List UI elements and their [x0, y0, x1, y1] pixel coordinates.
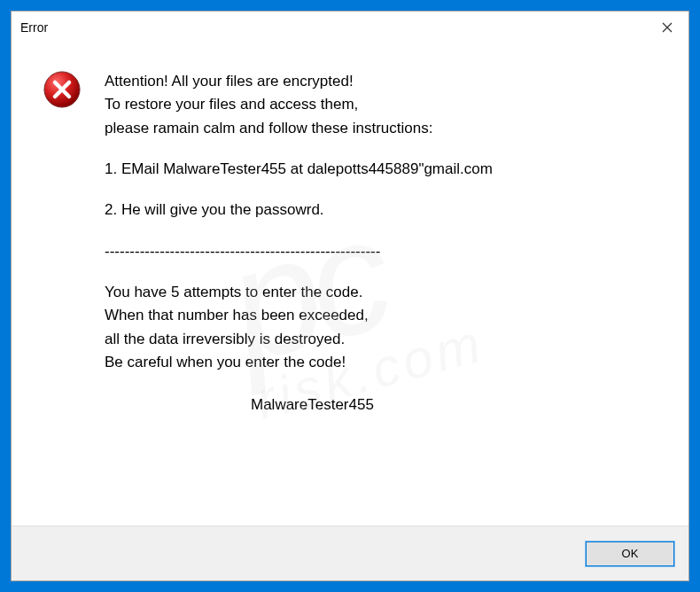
message-line: To restore your files and access them, [105, 93, 662, 116]
ok-button[interactable]: OK [586, 541, 674, 566]
message-line: Attention! All your files are encrypted! [105, 70, 662, 93]
message-line: 1. EMail MalwareTester455 at dalepotts44… [105, 158, 662, 181]
message-divider: ----------------------------------------… [105, 240, 662, 263]
message-line: Be careful when you enter the code! [105, 351, 662, 374]
icon-column [43, 70, 96, 508]
message-line: When that number has been exceeded, [105, 304, 662, 327]
close-button[interactable] [646, 12, 688, 43]
message-line: please ramain calm and follow these inst… [105, 117, 662, 140]
button-area: OK [12, 526, 688, 580]
error-dialog: Error [11, 11, 689, 581]
message-text: Attention! All your files are encrypted!… [96, 70, 662, 508]
message-line: You have 5 attempts to enter the code. [105, 281, 662, 304]
titlebar: Error [12, 12, 688, 43]
error-icon [43, 70, 82, 109]
dialog-title: Error [20, 20, 48, 35]
close-icon [662, 22, 673, 33]
content-area: Attention! All your files are encrypted!… [12, 43, 688, 526]
message-signature: MalwareTester455 [105, 393, 662, 417]
message-line: all the data irreversibly is destroyed. [105, 328, 662, 351]
message-line: 2. He will give you the passowrd. [105, 199, 662, 222]
